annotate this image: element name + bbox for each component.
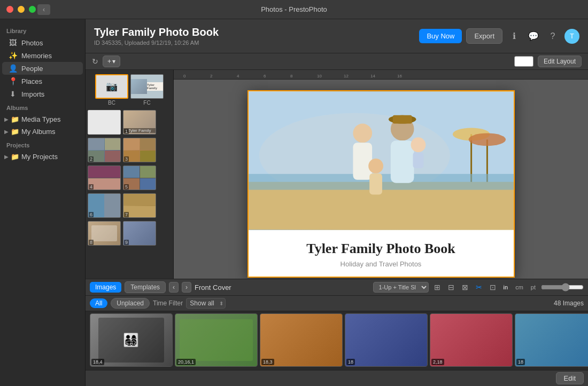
time-filter-select[interactable]: Show all [186,298,226,309]
strip-item-7[interactable]: 7 [123,193,156,218]
memories-icon: ✨ [9,51,17,60]
canvas-area: 0 2 4 6 8 10 12 14 16 [174,70,588,279]
view-mode-select[interactable]: 1-Up + Title Sl [373,282,429,293]
compare-view-button[interactable]: ⊡ [488,282,498,293]
info-button[interactable]: ℹ [507,29,522,44]
photo-thumb-1[interactable]: 20,16,1 [175,313,258,367]
cover-strip: 📷 BC Tyler Family FC [88,74,171,106]
strip-item-6[interactable]: 6 [88,193,121,218]
sidebar-label-imports: Imports [21,90,44,98]
refresh-button[interactable]: ↻ [92,57,98,66]
photo-strip[interactable]: 👨‍👩‍👧‍👦 18,4 20,16,1 18,3 [86,311,588,370]
strip-item-3[interactable]: 3 [123,138,156,162]
color-swatch[interactable] [514,56,533,67]
page-book-subtitle: Holiday and Travel Photos [257,260,505,268]
edit-view-button[interactable]: ✂ [474,282,484,293]
photo-thumb-2[interactable]: 18,3 [260,313,343,367]
ruler-mark-8: 8 [290,74,292,79]
page-num-2: 2 [89,156,94,162]
projects-section-label: Projects [0,138,85,151]
strip-item-blank[interactable] [88,110,121,135]
add-dropdown-icon: ▾ [112,58,115,65]
grid-view-button[interactable]: ⊞ [432,282,443,293]
sidebar-item-imports[interactable]: ⬇ Imports [2,88,83,100]
help-button[interactable]: ? [545,29,560,44]
canvas-scroll[interactable]: Tyler Family Photo Book Holiday and Trav… [174,80,588,279]
people-icon: 👤 [9,64,17,73]
strip-item-8[interactable]: 8 [88,221,121,246]
window-title: Photos - PrestoPhoto [261,5,327,13]
buy-now-button[interactable]: Buy Now [419,29,462,43]
layout-view-button[interactable]: ⊠ [460,282,470,293]
ruler-mark-12: 12 [344,74,349,79]
single-view-button[interactable]: ⊟ [446,282,457,293]
strip-item-2[interactable]: 2 [88,138,121,162]
sidebar-item-my-albums[interactable]: ▶ 📁 My Albums [0,125,85,138]
toolbar-right: Edit Layout [514,56,582,67]
filter-unplaced-button[interactable]: Unplaced [111,298,150,309]
sidebar-label-people: People [21,65,43,73]
back-button[interactable]: ‹ [37,4,50,15]
photo-label-5: 18 [516,359,525,365]
sidebar-item-my-projects[interactable]: ▶ 📁 My Projects [0,151,85,163]
front-cover-thumb[interactable]: Tyler Family [130,74,164,99]
sidebar-item-memories[interactable]: ✨ Memories [2,49,83,62]
book-subtitle: ID 345335, Uploaded 9/12/19, 10:26 AM [94,40,219,46]
book-title: Tyler Family Photo Book [94,26,219,38]
chat-button[interactable]: 💬 [526,29,541,44]
strip-item-1[interactable]: Tyler Family 1 [123,110,156,135]
unit-cm-button[interactable]: cm [513,283,525,292]
photo-thumb-5[interactable]: 18 [515,313,588,367]
filter-all-button[interactable]: All [90,298,107,308]
ruler-mark-10: 10 [317,74,322,79]
tab-templates[interactable]: Templates [125,281,166,293]
svg-point-12 [353,124,372,143]
back-cover-thumb[interactable]: 📷 [95,74,128,99]
prev-page-button[interactable]: ‹ [169,282,179,293]
places-icon: 📍 [9,77,17,85]
image-count: 48 Images [554,300,584,307]
strip-item-4[interactable]: 4 [88,166,121,190]
svg-rect-13 [353,143,372,179]
page-strip[interactable]: 📷 BC Tyler Family FC [86,70,174,279]
main-content: Tyler Family Photo Book ID 345335, Uploa… [86,19,588,386]
maximize-button[interactable] [29,6,36,13]
photo-label-0: 18,4 [91,359,104,365]
bottom-controls: Images Templates ‹ › Front Cover 1-Up + … [86,279,588,386]
close-button[interactable] [6,6,13,13]
current-page-label: Front Cover [195,283,370,292]
photo-thumb-0[interactable]: 👨‍👩‍👧‍👦 18,4 [90,313,173,367]
photo-thumb-4[interactable]: 2,18 [430,313,513,367]
unit-pt-button[interactable]: pt [529,283,538,292]
chevron-right-icon: ▶ [4,116,9,122]
sidebar-item-places[interactable]: 📍 Places [2,75,83,88]
photo-label-2: 18,3 [261,359,274,365]
strip-row-5: 8 9 [88,221,171,246]
add-button[interactable]: + ▾ [103,56,120,67]
edit-layout-button[interactable]: Edit Layout [538,56,582,67]
strip-item-9[interactable]: 9 [123,221,156,246]
chevron-right-icon-3: ▶ [4,154,9,160]
zoom-slider[interactable] [541,283,584,292]
photo-label-1: 20,16,1 [176,359,196,365]
svg-rect-11 [390,140,414,183]
tab-images[interactable]: Images [90,282,121,293]
sidebar-item-people[interactable]: 👤 People [2,62,83,75]
minimize-button[interactable] [18,6,25,13]
family-photo-svg [249,91,514,230]
photo-thumb-3[interactable]: 18 [345,313,428,367]
export-button[interactable]: Export [466,28,502,44]
sidebar-item-photos[interactable]: 🖼 Photos [2,36,83,49]
unit-in-button[interactable]: in [501,283,510,292]
photobook-page: Tyler Family Photo Book Holiday and Trav… [247,90,515,278]
sidebar-item-media-types[interactable]: ▶ 📁 Media Types [0,113,85,125]
strip-item-5[interactable]: 5 [123,166,156,190]
next-page-button[interactable]: › [182,282,191,293]
toolbar-left: ↻ + ▾ [92,56,120,67]
svg-point-14 [411,137,425,152]
ruler-top: 0 2 4 6 8 10 12 14 16 [174,70,588,80]
user-avatar[interactable]: T [564,29,579,44]
page-num-3: 3 [124,156,129,162]
sidebar-label-memories: Memories [21,52,52,60]
edit-button[interactable]: Edit [556,372,584,384]
